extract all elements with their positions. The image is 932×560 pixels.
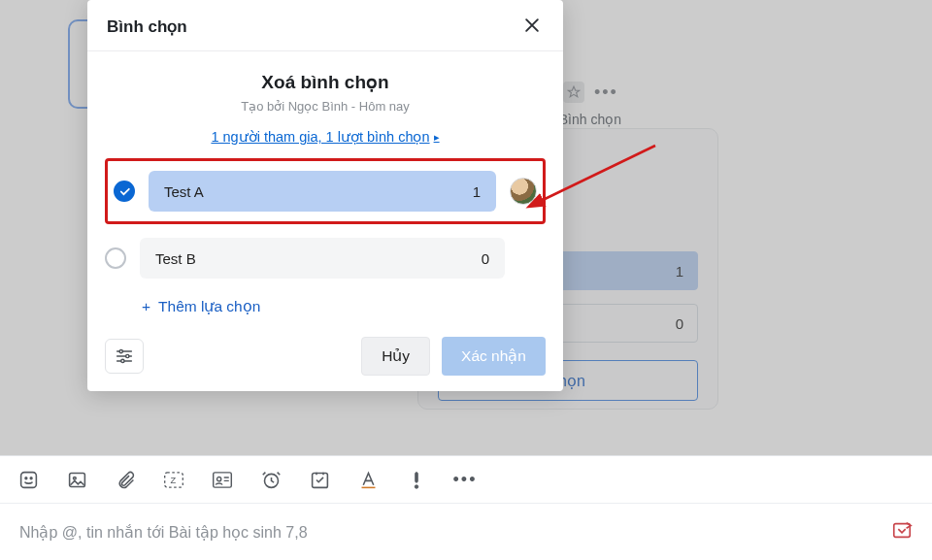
participants-link-row: 1 người tham gia, 1 lượt bình chọn▸ [105,129,546,145]
modal-footer: Hủy Xác nhận [87,329,563,376]
screenshot-icon[interactable]: Z [163,469,184,490]
option-label: Test A [164,183,204,200]
quick-send-icon[interactable] [891,520,913,545]
svg-point-14 [119,349,122,352]
option-radio[interactable] [105,247,126,269]
add-option-button[interactable]: + Thêm lựa chọn [142,298,546,315]
message-input-row[interactable]: Nhập @, tin nhắn tới Bài tập học sinh 7,… [0,503,932,560]
option-label: Test B [155,250,196,267]
priority-icon[interactable] [406,469,427,490]
task-icon[interactable] [309,469,330,490]
composer: Z ••• Nhập @, tin nhắn tới Bài tập học s… [0,455,932,560]
svg-rect-7 [214,472,232,486]
svg-rect-13 [894,523,911,537]
option-row: Test B 0 [105,234,546,282]
svg-rect-0 [20,472,36,487]
option-bar[interactable]: Test B 0 [140,238,505,279]
contact-card-icon[interactable] [212,469,233,490]
svg-point-12 [415,484,418,488]
poll-modal: Bình chọn Xoá bình chọn Tạo bởi Ngọc Bìn… [87,0,563,391]
confirm-button[interactable]: Xác nhận [442,337,546,376]
voter-avatar[interactable] [510,178,537,205]
modal-title: Bình chọn [107,16,187,37]
alarm-icon[interactable] [260,469,282,490]
svg-rect-3 [69,473,84,486]
svg-point-4 [73,477,76,479]
poll-meta: Tạo bởi Ngọc Bình - Hôm nay [105,99,546,114]
svg-text:Z: Z [171,475,177,484]
composer-toolbar: Z ••• [0,456,932,503]
attach-icon[interactable] [115,469,136,490]
svg-point-16 [121,359,124,362]
modal-body: Xoá bình chọn Tạo bởi Ngọc Bình - Hôm na… [87,51,563,329]
svg-point-15 [126,354,129,357]
message-input-placeholder: Nhập @, tin nhắn tới Bài tập học sinh 7,… [19,523,891,542]
svg-point-8 [217,477,221,480]
plus-icon: + [142,298,150,315]
format-icon[interactable] [357,469,379,490]
svg-point-1 [25,477,27,478]
add-option-label: Thêm lựa chọn [158,298,260,315]
poll-question: Xoá bình chọn [105,71,546,93]
poll-settings-button[interactable] [105,339,144,374]
options-list: Test A 1 Test B 0 [105,158,546,282]
option-bar[interactable]: Test A 1 [149,171,496,212]
more-tools-icon[interactable]: ••• [454,469,476,490]
close-icon[interactable] [522,16,544,37]
sticker-icon[interactable] [17,469,39,490]
modal-header: Bình chọn [87,0,563,51]
participants-link[interactable]: 1 người tham gia, 1 lượt bình chọn▸ [211,129,439,145]
option-count: 0 [482,250,489,267]
svg-rect-11 [416,472,418,482]
option-count: 1 [473,183,481,200]
option-row: Test A 1 [114,167,537,215]
annotation-highlight: Test A 1 [105,158,546,224]
image-icon[interactable] [66,469,87,490]
svg-point-2 [30,477,32,478]
cancel-button[interactable]: Hủy [361,337,430,376]
option-radio[interactable] [114,181,135,202]
